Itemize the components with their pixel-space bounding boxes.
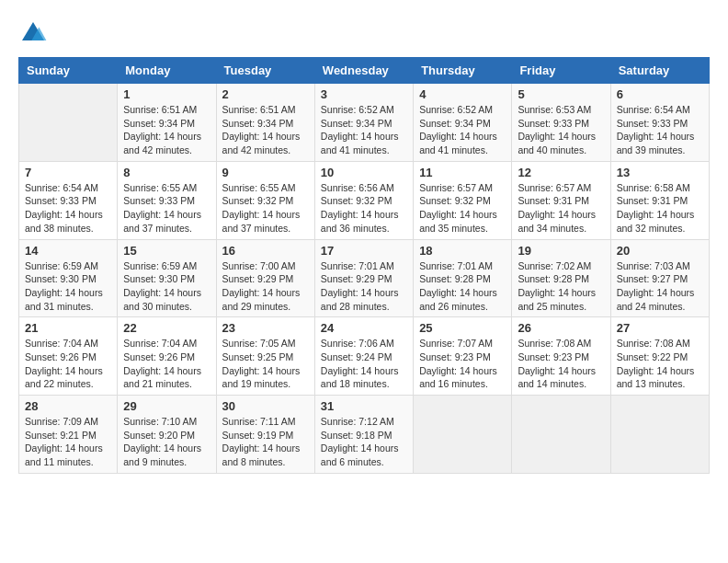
calendar-cell: 10Sunrise: 6:56 AMSunset: 9:32 PMDayligh… <box>314 161 413 239</box>
day-number: 5 <box>518 87 604 101</box>
calendar-cell: 19Sunrise: 7:02 AMSunset: 9:28 PMDayligh… <box>512 239 610 317</box>
day-number: 10 <box>321 166 407 179</box>
day-number: 25 <box>419 321 506 335</box>
calendar-cell: 24Sunrise: 7:06 AMSunset: 9:24 PMDayligh… <box>314 317 413 396</box>
day-info: Sunrise: 7:01 AMSunset: 9:28 PMDaylight:… <box>419 259 506 314</box>
day-info: Sunrise: 6:57 AMSunset: 9:32 PMDaylight:… <box>419 181 506 236</box>
day-info: Sunrise: 7:02 AMSunset: 9:28 PMDaylight:… <box>518 259 604 314</box>
day-info: Sunrise: 6:53 AMSunset: 9:33 PMDaylight:… <box>518 103 604 157</box>
calendar-week-row: 1Sunrise: 6:51 AMSunset: 9:34 PMDaylight… <box>19 84 710 162</box>
calendar-cell: 4Sunrise: 6:52 AMSunset: 9:34 PMDaylight… <box>414 84 512 162</box>
day-info: Sunrise: 6:52 AMSunset: 9:34 PMDaylight:… <box>419 103 506 157</box>
day-number: 13 <box>617 166 703 179</box>
day-header-thursday: Thursday <box>414 58 512 84</box>
day-info: Sunrise: 7:07 AMSunset: 9:23 PMDaylight:… <box>419 337 506 391</box>
calendar-cell: 1Sunrise: 6:51 AMSunset: 9:34 PMDaylight… <box>118 84 216 162</box>
calendar-cell: 27Sunrise: 7:08 AMSunset: 9:22 PMDayligh… <box>610 317 709 396</box>
day-number: 11 <box>419 166 506 179</box>
calendar-cell: 11Sunrise: 6:57 AMSunset: 9:32 PMDayligh… <box>414 161 512 239</box>
day-info: Sunrise: 7:01 AMSunset: 9:29 PMDaylight:… <box>321 259 407 314</box>
day-info: Sunrise: 6:57 AMSunset: 9:31 PMDaylight:… <box>518 181 604 236</box>
calendar-cell <box>610 396 709 474</box>
calendar-cell: 2Sunrise: 6:51 AMSunset: 9:34 PMDaylight… <box>216 84 314 162</box>
calendar-cell <box>19 84 118 162</box>
day-info: Sunrise: 6:55 AMSunset: 9:33 PMDaylight:… <box>123 181 210 236</box>
day-number: 26 <box>518 321 604 335</box>
day-info: Sunrise: 6:51 AMSunset: 9:34 PMDaylight:… <box>123 103 210 157</box>
calendar-cell: 28Sunrise: 7:09 AMSunset: 9:21 PMDayligh… <box>19 396 118 474</box>
day-info: Sunrise: 7:09 AMSunset: 9:21 PMDaylight:… <box>25 415 111 469</box>
day-info: Sunrise: 6:59 AMSunset: 9:30 PMDaylight:… <box>25 259 111 314</box>
calendar-cell: 29Sunrise: 7:10 AMSunset: 9:20 PMDayligh… <box>118 396 216 474</box>
day-number: 30 <box>222 399 309 413</box>
calendar-cell: 5Sunrise: 6:53 AMSunset: 9:33 PMDaylight… <box>512 84 610 162</box>
day-number: 18 <box>419 244 506 258</box>
day-info: Sunrise: 6:59 AMSunset: 9:30 PMDaylight:… <box>123 259 210 314</box>
day-header-monday: Monday <box>118 58 216 84</box>
day-number: 6 <box>617 87 703 101</box>
logo-icon <box>18 18 48 48</box>
day-info: Sunrise: 7:03 AMSunset: 9:27 PMDaylight:… <box>617 259 703 314</box>
day-info: Sunrise: 6:55 AMSunset: 9:32 PMDaylight:… <box>222 181 309 236</box>
calendar-cell <box>414 396 512 474</box>
calendar-cell: 26Sunrise: 7:08 AMSunset: 9:23 PMDayligh… <box>512 317 610 396</box>
calendar-cell: 23Sunrise: 7:05 AMSunset: 9:25 PMDayligh… <box>216 317 314 396</box>
calendar-table: SundayMondayTuesdayWednesdayThursdayFrid… <box>18 57 710 474</box>
day-info: Sunrise: 6:56 AMSunset: 9:32 PMDaylight:… <box>321 181 407 236</box>
day-info: Sunrise: 7:08 AMSunset: 9:23 PMDaylight:… <box>518 337 604 391</box>
day-info: Sunrise: 7:04 AMSunset: 9:26 PMDaylight:… <box>25 337 111 391</box>
day-header-tuesday: Tuesday <box>216 58 314 84</box>
day-number: 31 <box>321 399 407 413</box>
day-number: 12 <box>518 166 604 179</box>
day-info: Sunrise: 6:54 AMSunset: 9:33 PMDaylight:… <box>25 181 111 236</box>
calendar-cell: 18Sunrise: 7:01 AMSunset: 9:28 PMDayligh… <box>414 239 512 317</box>
day-number: 28 <box>25 399 111 413</box>
day-number: 29 <box>123 399 210 413</box>
day-info: Sunrise: 6:54 AMSunset: 9:33 PMDaylight:… <box>617 103 703 157</box>
day-header-wednesday: Wednesday <box>314 58 413 84</box>
day-info: Sunrise: 7:11 AMSunset: 9:19 PMDaylight:… <box>222 415 309 469</box>
calendar-cell: 6Sunrise: 6:54 AMSunset: 9:33 PMDaylight… <box>610 84 709 162</box>
calendar-week-row: 7Sunrise: 6:54 AMSunset: 9:33 PMDaylight… <box>19 161 710 239</box>
day-header-sunday: Sunday <box>19 58 118 84</box>
calendar-cell: 8Sunrise: 6:55 AMSunset: 9:33 PMDaylight… <box>118 161 216 239</box>
day-header-saturday: Saturday <box>610 58 709 84</box>
day-number: 4 <box>419 87 506 101</box>
day-number: 19 <box>518 244 604 258</box>
day-header-friday: Friday <box>512 58 610 84</box>
day-info: Sunrise: 7:10 AMSunset: 9:20 PMDaylight:… <box>123 415 210 469</box>
calendar-week-row: 21Sunrise: 7:04 AMSunset: 9:26 PMDayligh… <box>19 317 710 396</box>
day-number: 17 <box>321 244 407 258</box>
calendar-cell <box>512 396 610 474</box>
logo <box>18 18 51 48</box>
day-number: 2 <box>222 87 309 101</box>
day-info: Sunrise: 7:04 AMSunset: 9:26 PMDaylight:… <box>123 337 210 391</box>
day-info: Sunrise: 7:12 AMSunset: 9:18 PMDaylight:… <box>321 415 407 469</box>
calendar-cell: 7Sunrise: 6:54 AMSunset: 9:33 PMDaylight… <box>19 161 118 239</box>
calendar-cell: 20Sunrise: 7:03 AMSunset: 9:27 PMDayligh… <box>610 239 709 317</box>
calendar-cell: 16Sunrise: 7:00 AMSunset: 9:29 PMDayligh… <box>216 239 314 317</box>
page-header <box>18 18 710 48</box>
day-number: 1 <box>123 87 210 101</box>
calendar-cell: 30Sunrise: 7:11 AMSunset: 9:19 PMDayligh… <box>216 396 314 474</box>
day-number: 23 <box>222 321 309 335</box>
calendar-cell: 22Sunrise: 7:04 AMSunset: 9:26 PMDayligh… <box>118 317 216 396</box>
day-number: 15 <box>123 244 210 258</box>
day-number: 14 <box>25 244 111 258</box>
calendar-week-row: 14Sunrise: 6:59 AMSunset: 9:30 PMDayligh… <box>19 239 710 317</box>
day-info: Sunrise: 7:05 AMSunset: 9:25 PMDaylight:… <box>222 337 309 391</box>
day-number: 24 <box>321 321 407 335</box>
day-info: Sunrise: 7:06 AMSunset: 9:24 PMDaylight:… <box>321 337 407 391</box>
calendar-cell: 12Sunrise: 6:57 AMSunset: 9:31 PMDayligh… <box>512 161 610 239</box>
calendar-header-row: SundayMondayTuesdayWednesdayThursdayFrid… <box>19 58 710 84</box>
calendar-week-row: 28Sunrise: 7:09 AMSunset: 9:21 PMDayligh… <box>19 396 710 474</box>
day-info: Sunrise: 6:51 AMSunset: 9:34 PMDaylight:… <box>222 103 309 157</box>
day-number: 21 <box>25 321 111 335</box>
day-number: 27 <box>617 321 703 335</box>
day-number: 16 <box>222 244 309 258</box>
day-info: Sunrise: 7:00 AMSunset: 9:29 PMDaylight:… <box>222 259 309 314</box>
day-number: 8 <box>123 166 210 179</box>
day-number: 22 <box>123 321 210 335</box>
calendar-cell: 15Sunrise: 6:59 AMSunset: 9:30 PMDayligh… <box>118 239 216 317</box>
day-info: Sunrise: 6:58 AMSunset: 9:31 PMDaylight:… <box>617 181 703 236</box>
